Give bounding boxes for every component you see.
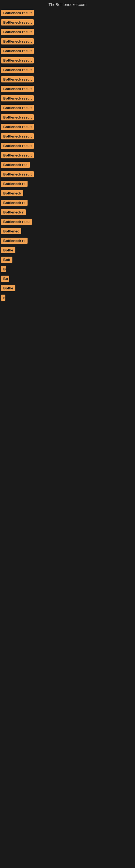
list-item[interactable]: Bottleneck result — [0, 8, 135, 18]
site-title: TheBottlenecker.com — [49, 2, 87, 7]
list-item[interactable]: Bottleneck result — [0, 122, 135, 131]
list-item[interactable]: Bottleneck result — [0, 27, 135, 37]
list-item[interactable]: Bottleneck result — [0, 131, 135, 141]
site-header: TheBottlenecker.com — [0, 0, 135, 8]
bottleneck-badge: Bottleneck resu — [1, 219, 32, 225]
bottleneck-badge: Bottleneck result — [1, 171, 34, 177]
list-item[interactable]: Bottleneck result — [0, 84, 135, 94]
bottleneck-badge: Bottleneck result — [1, 67, 34, 73]
list-item[interactable]: Bottleneck result — [0, 113, 135, 122]
bottleneck-badge: Bott — [1, 257, 12, 263]
list-item[interactable]: Bottleneck — [0, 188, 135, 198]
bottleneck-badge: n — [1, 294, 5, 301]
list-item[interactable]: Bott — [0, 255, 135, 265]
bottleneck-badge: Bottleneck r — [1, 209, 26, 215]
bottleneck-badge: Bottle — [1, 285, 15, 291]
bottleneck-badge: Bottleneck result — [1, 86, 34, 92]
list-item[interactable]: Bottleneck result — [0, 56, 135, 65]
list-item[interactable]: n — [0, 293, 135, 303]
list-item[interactable]: Bottleneck result — [0, 141, 135, 151]
bottleneck-badge: Bottleneck result — [1, 48, 34, 54]
bottleneck-badge: Bottleneck result — [1, 57, 34, 63]
bottleneck-badge: Bottleneck result — [1, 19, 34, 26]
list-item[interactable]: Bottlenec — [0, 226, 135, 236]
bottleneck-badge: Bottleneck result — [1, 29, 34, 35]
bottleneck-badge: Bo — [1, 276, 9, 282]
list-item[interactable]: Bottleneck result — [0, 151, 135, 160]
list-item[interactable]: Bottleneck resu — [0, 217, 135, 226]
bottleneck-badge: Bottleneck result — [1, 95, 34, 101]
bottleneck-badge: Bottleneck result — [1, 10, 34, 16]
list-item[interactable]: B — [0, 265, 135, 274]
list-item[interactable]: Bottleneck result — [0, 103, 135, 113]
list-item[interactable]: Bottleneck re — [0, 179, 135, 188]
bottleneck-badge: B — [1, 266, 6, 272]
bottleneck-badge: Bottleneck result — [1, 38, 34, 44]
bottleneck-badge: Bottle — [1, 247, 15, 253]
bottleneck-badge: Bottleneck result — [1, 76, 34, 83]
list-item[interactable]: Bottleneck result — [0, 46, 135, 56]
list-item[interactable]: Bottleneck result — [0, 169, 135, 179]
list-item[interactable]: Bottle — [0, 246, 135, 255]
list-item[interactable]: Bottleneck result — [0, 74, 135, 84]
bottleneck-badge: Bottleneck result — [1, 152, 34, 158]
list-item[interactable]: Bottleneck result — [0, 94, 135, 103]
list-item[interactable]: Bottleneck result — [0, 37, 135, 46]
bottleneck-badge: Bottleneck result — [1, 133, 34, 140]
list-item[interactable]: Bottleneck re — [0, 236, 135, 246]
bottleneck-badge: Bottleneck res — [1, 162, 30, 168]
list-item[interactable]: Bottleneck re — [0, 198, 135, 208]
bottleneck-badge: Bottleneck result — [1, 124, 34, 130]
list-item[interactable]: Bottleneck result — [0, 65, 135, 74]
bottleneck-badge: Bottleneck re — [1, 181, 28, 187]
bottleneck-badge: Bottleneck — [1, 190, 23, 196]
list-item[interactable]: Bottleneck result — [0, 18, 135, 27]
items-container: Bottleneck resultBottleneck resultBottle… — [0, 8, 135, 330]
bottleneck-badge: Bottleneck re — [1, 199, 28, 206]
list-item[interactable]: Bottleneck res — [0, 160, 135, 169]
bottleneck-badge: Bottleneck result — [1, 143, 34, 149]
list-item[interactable]: Bo — [0, 274, 135, 283]
bottleneck-badge: Bottlenec — [1, 228, 21, 235]
bottleneck-badge: Bottleneck re — [1, 238, 28, 244]
list-item[interactable]: Bottleneck r — [0, 208, 135, 217]
list-item[interactable]: Bottle — [0, 283, 135, 293]
bottleneck-badge: Bottleneck result — [1, 105, 34, 111]
bottleneck-badge: Bottleneck result — [1, 114, 34, 120]
